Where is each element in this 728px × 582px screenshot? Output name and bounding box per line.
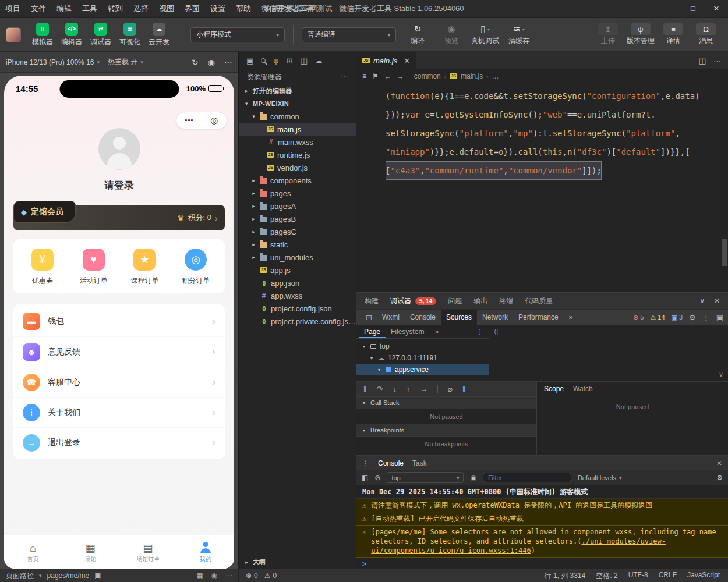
code-editor[interactable]: (function(e){1==e.code&&t.setStorageSync… [356, 83, 728, 292]
step-out-icon[interactable]: ↑ [407, 385, 411, 393]
hot-reload-dropdown[interactable]: 热重载 开 ▾ [108, 57, 143, 67]
status-item[interactable]: UTF-8 [628, 571, 648, 581]
menu-item-界面[interactable]: 界面 [179, 0, 205, 17]
clear-console-icon[interactable]: ⊘ [374, 474, 380, 482]
login-prompt[interactable]: 请登录 [104, 179, 134, 192]
scope-tab-Scope[interactable]: Scope [544, 385, 564, 393]
panel-tab-输出[interactable]: 输出 [473, 296, 487, 306]
more-icon[interactable]: ⋮ [472, 325, 486, 338]
menu-item-帮助[interactable]: 帮助 [231, 0, 256, 17]
search-icon[interactable] [261, 58, 266, 63]
navigator-tab-Page[interactable]: Page [359, 325, 386, 338]
back-icon[interactable]: ← [384, 72, 391, 80]
panel-tab-终端[interactable]: 终端 [499, 296, 513, 306]
call-stack-header[interactable]: ▾ Call Stack [356, 397, 536, 409]
step-over-icon[interactable]: ↷ [376, 385, 383, 393]
frame-context-dropdown[interactable]: top ▾ [387, 472, 464, 483]
file-main.wxss[interactable]: #main.wxss [239, 136, 356, 148]
settings-icon[interactable]: ⚙ [689, 313, 696, 322]
maximize-button[interactable]: □ [681, 0, 705, 17]
frame-top[interactable]: ▾top [356, 340, 489, 352]
tab-main-js[interactable]: JS main.js ✕ [356, 52, 416, 69]
menu-item-文件[interactable]: 文件 [26, 0, 51, 17]
details-button[interactable]: ≡详情 [657, 23, 690, 46]
folder-components[interactable]: ▸components [239, 174, 356, 187]
log-levels-dropdown[interactable]: Default levels ▾ [578, 474, 622, 481]
grid-item-course-orders[interactable]: ★课程订单 [119, 249, 171, 286]
breadcrumb-segment[interactable]: … [492, 72, 499, 80]
bookmark-icon[interactable]: ⚑ [372, 72, 379, 80]
devtools-tab-Sources[interactable]: Sources [441, 310, 477, 325]
split-editor-icon[interactable]: ◫ [699, 56, 706, 65]
devtools-tab-Wxml[interactable]: Wxml [377, 310, 405, 325]
menu-item-项目[interactable]: 项目 [0, 0, 26, 17]
file-project.private.config.js…[interactable]: {}project.private.config.js… [239, 315, 356, 328]
panel-tab-构建[interactable]: 构建 [365, 296, 379, 306]
editor-scrollbar[interactable] [722, 239, 727, 266]
outline-section[interactable]: ▸ 大纲 [239, 555, 356, 569]
collapse-panel-icon[interactable]: ∨ [699, 297, 705, 305]
devtools-tab-Network[interactable]: Network [477, 310, 513, 325]
grid-item-coupons[interactable]: ¥优惠券 [17, 249, 68, 286]
collapse-sidebar-icon[interactable]: ⟨| [494, 328, 498, 335]
capsule-close-button[interactable]: ◎ [202, 115, 227, 126]
more-icon[interactable]: ⋯ [341, 73, 348, 81]
console-tab-Task[interactable]: Task [412, 459, 427, 467]
membership-card[interactable]: ◆ 定馆会员 ♛ 积分: 0 › [13, 205, 225, 230]
eye-icon[interactable]: ◉ [470, 474, 476, 482]
frame-127.0.0.1:11191[interactable]: ▾☁127.0.0.1:11191 [356, 352, 489, 364]
grid-item-activity-orders[interactable]: ♥活动订单 [68, 249, 119, 286]
status-item[interactable]: JavaScript [687, 571, 720, 581]
close-button[interactable]: ✕ [705, 0, 728, 17]
file-app.wxss[interactable]: #app.wxss [239, 289, 356, 302]
step-into-icon[interactable]: ↓ [393, 385, 397, 393]
mode-dropdown[interactable]: 小程序模式 ▾ [190, 27, 285, 42]
menu-item-设置[interactable]: 设置 [205, 0, 231, 17]
compile-button[interactable]: ↻编译 [401, 23, 434, 46]
menu-item-logout[interactable]: →退出登录› [13, 427, 225, 457]
module-visualization[interactable]: ▦可视化 [115, 23, 144, 47]
file-project.config.json[interactable]: {}project.config.json [239, 302, 356, 315]
grid-item-points-orders[interactable]: ◎积分订单 [170, 249, 221, 286]
tab-item-venues[interactable]: ▦场馆 [62, 541, 119, 563]
console-sidebar-icon[interactable]: ◧ [362, 474, 368, 482]
navigator-tab-»[interactable]: » [429, 325, 444, 338]
folder-uni_modules[interactable]: ▸uni_modules [239, 251, 356, 264]
console-prompt[interactable]: > [356, 558, 728, 569]
pause-on-exceptions-icon[interactable]: ‖ [462, 385, 465, 393]
forward-icon[interactable]: → [397, 72, 404, 80]
menu-item-wallet[interactable]: ▬钱包› [13, 306, 225, 336]
folder-pagesB[interactable]: ▸pagesB [239, 212, 356, 225]
module-editor[interactable]: </>编辑器 [57, 23, 86, 47]
panel-tab-代码质量[interactable]: 代码质量 [525, 296, 553, 306]
version-control-button[interactable]: ψ版本管理 [624, 23, 657, 46]
minimize-button[interactable]: — [658, 0, 681, 17]
cloud-icon[interactable]: ☁ [315, 56, 323, 65]
menu-item-feedback[interactable]: ☻意见反馈› [13, 336, 225, 367]
folder-pagesA[interactable]: ▸pagesA [239, 200, 356, 212]
breadcrumb-segment[interactable]: common [414, 72, 441, 80]
deactivate-breakpoints-icon[interactable]: ⌀ [448, 385, 453, 393]
tab-item-mine[interactable]: 我的 [176, 541, 234, 563]
menu-icon[interactable]: ≡ [362, 72, 366, 80]
breakpoints-header[interactable]: ▾ Breakpoints [356, 424, 536, 436]
screenshot-icon[interactable]: ◉ [208, 58, 215, 67]
folder-pages[interactable]: ▸pages [239, 187, 356, 200]
breadcrumb-segment[interactable]: main.js [461, 72, 483, 80]
page-path-label[interactable]: 页面路径 [6, 571, 34, 581]
preview-button[interactable]: ◉预览 [434, 23, 468, 46]
frame-appservice[interactable]: ▾appservice [356, 364, 489, 375]
panel-tab-问题[interactable]: 问题 [448, 296, 462, 306]
file-vendor.js[interactable]: JSvendor.js [239, 161, 356, 174]
info-count-badge[interactable]: ▣3 [672, 314, 683, 321]
device-dropdown[interactable]: iPhone 12/13 (Pro) 100% 16 ▾ [6, 58, 100, 66]
file-main.js[interactable]: JSmain.js [239, 123, 356, 136]
refresh-icon[interactable]: ↻ [192, 58, 199, 67]
panel-icon[interactable]: ▦ [196, 572, 203, 580]
warn-count-badge[interactable]: ⚠14 [650, 314, 665, 321]
inspect-element-icon[interactable]: ⊡ [361, 310, 377, 325]
split-icon[interactable]: ◫ [300, 56, 307, 65]
close-tab-icon[interactable]: ✕ [404, 56, 410, 65]
files-icon[interactable]: ▣ [246, 56, 253, 65]
menu-item-about-us[interactable]: i关于我们› [13, 397, 225, 427]
